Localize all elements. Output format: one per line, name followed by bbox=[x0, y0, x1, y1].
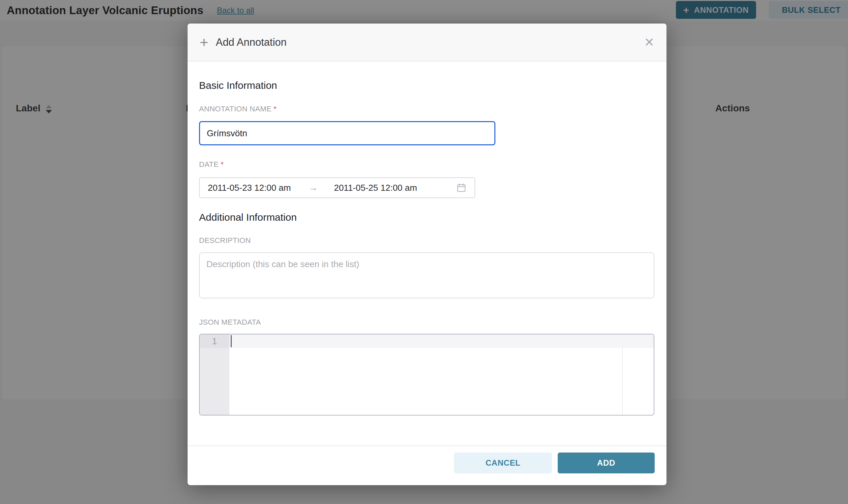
editor-line-number: 1 bbox=[200, 335, 229, 348]
calendar-icon bbox=[456, 183, 466, 193]
section-heading-basic: Basic Information bbox=[199, 78, 655, 92]
close-icon[interactable]: ✕ bbox=[644, 36, 654, 49]
add-button[interactable]: ADD bbox=[558, 452, 655, 473]
date-label-text: DATE bbox=[199, 160, 219, 168]
arrow-right-icon: → bbox=[309, 182, 318, 193]
editor-active-line bbox=[229, 335, 654, 348]
annotation-name-input[interactable] bbox=[199, 121, 496, 145]
cancel-button[interactable]: CANCEL bbox=[454, 452, 552, 473]
annotation-name-label: ANNOTATION NAME* bbox=[199, 105, 655, 113]
section-heading-additional: Additional Information bbox=[199, 210, 655, 224]
json-metadata-editor[interactable]: 1 bbox=[199, 334, 654, 415]
date-end-value: 2011-05-25 12:00 am bbox=[334, 183, 417, 193]
modal-title: Add Annotation bbox=[216, 36, 287, 49]
modal-body: Basic Information ANNOTATION NAME* DATE*… bbox=[188, 61, 667, 446]
annotation-name-label-text: ANNOTATION NAME bbox=[199, 105, 272, 113]
description-label: DESCRIPTION bbox=[199, 236, 655, 245]
modal-header: + Add Annotation ✕ bbox=[188, 23, 667, 61]
date-start-value: 2011-05-23 12:00 am bbox=[208, 183, 291, 193]
text-cursor bbox=[231, 335, 232, 347]
json-metadata-label: JSON METADATA bbox=[199, 318, 655, 327]
description-textarea[interactable] bbox=[199, 252, 654, 299]
required-marker: * bbox=[274, 105, 277, 113]
modal-footer: CANCEL ADD bbox=[188, 446, 667, 485]
required-marker: * bbox=[221, 160, 224, 168]
editor-print-margin bbox=[622, 348, 623, 415]
plus-icon: + bbox=[200, 35, 208, 50]
date-label: DATE* bbox=[199, 160, 655, 169]
date-range-picker[interactable]: 2011-05-23 12:00 am → 2011-05-25 12:00 a… bbox=[199, 177, 475, 198]
add-annotation-modal: + Add Annotation ✕ Basic Information ANN… bbox=[188, 23, 667, 485]
